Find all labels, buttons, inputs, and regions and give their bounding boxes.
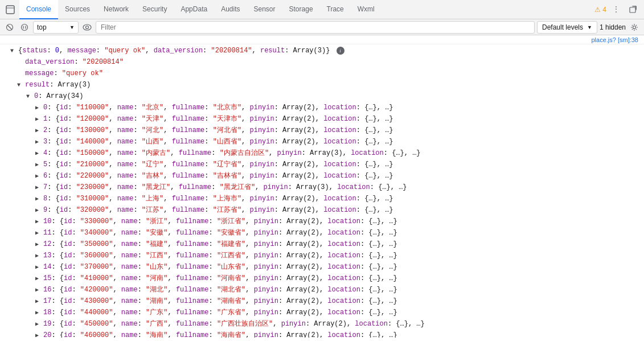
root-object-content: {status: 0, message: "query ok", data_ve… xyxy=(18,46,344,56)
item-18[interactable]: 18: {id: "440000", name: "广东", fullname:… xyxy=(0,307,644,319)
item-20[interactable]: 20: {id: "460000", name: "海南", fullname:… xyxy=(0,330,644,338)
leaf-spacer xyxy=(17,69,24,79)
item-expand[interactable] xyxy=(35,285,42,295)
svg-point-7 xyxy=(83,24,91,30)
item-expand[interactable] xyxy=(35,262,42,272)
item-9[interactable]: 9: {id: "320000", name: "江苏", fullname: … xyxy=(0,205,644,216)
item-expand[interactable] xyxy=(35,149,42,158)
item-expand[interactable] xyxy=(35,228,42,238)
item-expand[interactable] xyxy=(35,308,42,318)
data-version-content: data_version: "20200814" xyxy=(25,57,124,67)
level-value: Default levels xyxy=(542,23,583,31)
warning-badge: ⚠ 4 xyxy=(594,6,606,14)
context-value: top xyxy=(37,23,47,31)
level-arrow-icon: ▼ xyxy=(587,24,592,30)
tab-bar-actions: ⚠ 4 ⋮ xyxy=(594,2,644,17)
result-line[interactable]: result: Array(3) xyxy=(0,80,644,91)
filter-input[interactable] xyxy=(96,21,535,34)
tab-storage[interactable]: Storage xyxy=(282,0,320,19)
root-expand-arrow[interactable] xyxy=(10,46,17,56)
settings-button[interactable] xyxy=(628,21,641,34)
item-expand[interactable] xyxy=(35,297,42,306)
item-14[interactable]: 14: {id: "370000", name: "山东", fullname:… xyxy=(0,262,644,273)
array-34-line[interactable]: 0: Array(34) xyxy=(0,91,644,102)
pause-button[interactable] xyxy=(18,21,31,34)
item-2[interactable]: 2: {id: "130000", name: "河北", fullname: … xyxy=(0,125,644,137)
result-content: result: Array(3) xyxy=(25,80,91,90)
item-11[interactable]: 11: {id: "340000", name: "安徽", fullname:… xyxy=(0,228,644,239)
item-expand[interactable] xyxy=(35,103,42,113)
tab-wxml[interactable]: Wxml xyxy=(351,0,382,19)
item-17[interactable]: 17: {id: "430000", name: "湖南", fullname:… xyxy=(0,296,644,307)
item-expand[interactable] xyxy=(35,206,42,215)
item-7[interactable]: 7: {id: "230000", name: "黑龙江", fullname:… xyxy=(0,182,644,194)
item-12[interactable]: 12: {id: "350000", name: "福建", fullname:… xyxy=(0,239,644,250)
svg-rect-0 xyxy=(6,6,14,14)
console-output: {status: 0, message: "query ok", data_ve… xyxy=(0,44,644,338)
result-expand-arrow[interactable] xyxy=(17,80,24,90)
tab-bar: Console Sources Network Security AppData… xyxy=(0,0,644,19)
item-expand[interactable] xyxy=(35,160,42,170)
message-content: message: "query ok" xyxy=(25,69,103,79)
more-options-button[interactable]: ⋮ xyxy=(609,2,624,17)
hidden-count: 1 hidden xyxy=(600,23,626,31)
svg-line-3 xyxy=(7,25,12,30)
log-level-selector[interactable]: Default levels ▼ xyxy=(537,21,597,34)
item-13[interactable]: 13: {id: "360000", name: "江西", fullname:… xyxy=(0,250,644,262)
item-6[interactable]: 6: {id: "220000", name: "吉林", fullname: … xyxy=(0,171,644,182)
item-0[interactable]: 0: {id: "110000", name: "北京", fullname: … xyxy=(0,102,644,114)
item-expand[interactable] xyxy=(35,240,42,249)
svg-point-4 xyxy=(22,24,28,30)
item-1[interactable]: 1: {id: "120000", name: "天津", fullname: … xyxy=(0,114,644,125)
array-expand-arrow[interactable] xyxy=(26,92,33,101)
context-selector[interactable]: top ▼ xyxy=(33,21,79,34)
context-arrow-icon: ▼ xyxy=(69,24,75,30)
item-expand[interactable] xyxy=(35,126,42,135)
item-expand[interactable] xyxy=(35,137,42,147)
leaf-spacer xyxy=(17,57,24,67)
array-34-content: 0: Array(34) xyxy=(34,92,83,101)
item-19[interactable]: 19: {id: "450000", name: "广西", fullname:… xyxy=(0,319,644,330)
tab-console[interactable]: Console xyxy=(19,0,58,19)
tab-network[interactable]: Network xyxy=(97,0,136,19)
item-8[interactable]: 8: {id: "310000", name: "上海", fullname: … xyxy=(0,194,644,205)
item-4[interactable]: 4: {id: "150000", name: "内蒙古", fullname:… xyxy=(0,148,644,159)
item-expand[interactable] xyxy=(35,319,42,329)
tab-trace[interactable]: Trace xyxy=(320,0,351,19)
item-expand[interactable] xyxy=(35,183,42,192)
svg-rect-1 xyxy=(630,7,635,13)
info-icon[interactable]: i xyxy=(337,47,344,55)
item-expand[interactable] xyxy=(35,194,42,204)
svg-point-9 xyxy=(633,26,636,28)
console-toolbar: top ▼ Default levels ▼ 1 hidden xyxy=(0,19,644,35)
source-link-bar: place.js? [sm]:38 xyxy=(0,35,644,44)
clear-button[interactable] xyxy=(3,21,16,34)
root-object-line[interactable]: {status: 0, message: "query ok", data_ve… xyxy=(0,46,644,57)
item-expand[interactable] xyxy=(35,251,42,261)
item-15[interactable]: 15: {id: "410000", name: "河南", fullname:… xyxy=(0,273,644,285)
tab-list: Console Sources Network Security AppData… xyxy=(2,0,382,19)
detach-button[interactable] xyxy=(626,2,641,17)
message-line[interactable]: message: "query ok" xyxy=(0,68,644,80)
tab-sources[interactable]: Sources xyxy=(58,0,97,19)
tab-sensor[interactable]: Sensor xyxy=(247,0,282,19)
data-version-line[interactable]: data_version: "20200814" xyxy=(0,57,644,68)
tab-audits[interactable]: Audits xyxy=(214,0,247,19)
item-expand[interactable] xyxy=(35,171,42,181)
tab-appdata[interactable]: AppData xyxy=(174,0,214,19)
item-10[interactable]: 10: {id: "330000", name: "浙江", fullname:… xyxy=(0,216,644,228)
tab-security[interactable]: Security xyxy=(136,0,174,19)
svg-point-8 xyxy=(86,26,89,28)
item-5[interactable]: 5: {id: "210000", name: "辽宁", fullname: … xyxy=(0,159,644,171)
source-link[interactable]: place.js? [sm]:38 xyxy=(591,36,638,43)
devtools-icon[interactable] xyxy=(2,2,18,18)
eye-button[interactable] xyxy=(81,21,93,34)
item-expand[interactable] xyxy=(35,114,42,124)
warning-icon: ⚠ xyxy=(594,6,601,14)
item-16[interactable]: 16: {id: "420000", name: "湖北", fullname:… xyxy=(0,285,644,296)
item-expand[interactable] xyxy=(35,217,42,227)
item-3[interactable]: 3: {id: "140000", name: "山西", fullname: … xyxy=(0,137,644,148)
warning-count: 4 xyxy=(602,6,606,14)
item-expand[interactable] xyxy=(35,331,42,338)
item-expand[interactable] xyxy=(35,274,42,284)
